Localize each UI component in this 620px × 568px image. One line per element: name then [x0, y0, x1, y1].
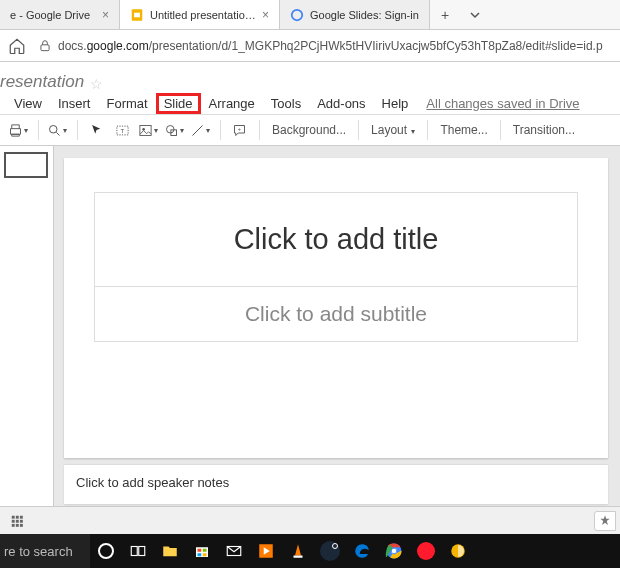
tab-label: Untitled presentation -: [150, 9, 256, 21]
svg-rect-13: [16, 515, 19, 518]
svg-rect-14: [20, 515, 23, 518]
menu-tools[interactable]: Tools: [263, 94, 309, 113]
layout-button[interactable]: Layout ▾: [365, 123, 421, 137]
tab-label: Google Slides: Sign-in: [310, 9, 419, 21]
cortana-icon[interactable]: [90, 534, 122, 568]
svg-point-2: [292, 9, 303, 20]
theme-button[interactable]: Theme...: [434, 123, 493, 137]
title-placeholder[interactable]: Click to add title: [94, 192, 578, 286]
browser-tabs-bar: e - Google Drive × Untitled presentation…: [0, 0, 620, 30]
svg-rect-18: [12, 523, 15, 526]
menu-addons[interactable]: Add-ons: [309, 94, 373, 113]
menu-bar: View Insert Format Slide Arrange Tools A…: [0, 92, 620, 114]
transition-button[interactable]: Transition...: [507, 123, 581, 137]
tab-label: e - Google Drive: [10, 9, 96, 21]
image-icon[interactable]: ▾: [136, 118, 160, 142]
menu-view[interactable]: View: [6, 94, 50, 113]
svg-point-4: [50, 125, 58, 133]
shape-icon[interactable]: ▾: [162, 118, 186, 142]
store-icon[interactable]: [186, 534, 218, 568]
svg-rect-7: [140, 125, 151, 135]
save-status[interactable]: All changes saved in Drive: [426, 96, 579, 111]
star-icon[interactable]: ☆: [90, 76, 103, 92]
app-icon[interactable]: [442, 534, 474, 568]
svg-rect-20: [20, 523, 23, 526]
url-prefix: docs.: [58, 39, 87, 53]
svg-rect-3: [41, 44, 49, 50]
svg-point-34: [392, 549, 397, 554]
svg-rect-21: [131, 547, 137, 556]
svg-rect-16: [16, 519, 19, 522]
address-bar: docs.google.com/presentation/d/1_MGKPhq2…: [0, 30, 620, 62]
svg-text:T: T: [120, 127, 124, 134]
menu-arrange[interactable]: Arrange: [201, 94, 263, 113]
background-button[interactable]: Background...: [266, 123, 352, 137]
menu-help[interactable]: Help: [374, 94, 417, 113]
line-icon[interactable]: ▾: [188, 118, 212, 142]
svg-rect-25: [203, 549, 207, 552]
svg-rect-26: [198, 553, 202, 556]
explore-button[interactable]: [594, 511, 616, 531]
file-explorer-icon[interactable]: [154, 534, 186, 568]
svg-rect-17: [20, 519, 23, 522]
textbox-icon[interactable]: T: [110, 118, 134, 142]
url-text[interactable]: docs.google.com/presentation/d/1_MGKPhq2…: [58, 39, 612, 53]
comment-icon[interactable]: +: [227, 118, 251, 142]
svg-rect-22: [139, 547, 145, 556]
tabs-dropdown-icon[interactable]: [460, 0, 490, 29]
steam-icon[interactable]: [314, 534, 346, 568]
task-view-icon[interactable]: [122, 534, 154, 568]
workspace: Click to add title Click to add subtitle…: [0, 146, 620, 506]
close-icon[interactable]: ×: [102, 8, 109, 22]
apps-grid-icon[interactable]: [10, 514, 24, 528]
slide-thumbnails-panel: [0, 146, 54, 506]
close-icon[interactable]: ×: [262, 8, 269, 22]
new-tab-button[interactable]: +: [430, 0, 460, 29]
subtitle-placeholder[interactable]: Click to add subtitle: [94, 286, 578, 342]
svg-rect-15: [12, 519, 15, 522]
svg-rect-27: [203, 553, 207, 556]
zoom-icon[interactable]: ▾: [45, 118, 69, 142]
bottom-bar: [0, 506, 620, 534]
vlc-icon[interactable]: [282, 534, 314, 568]
lock-icon[interactable]: [38, 39, 52, 53]
layout-label: Layout: [371, 123, 407, 137]
canvas-area: Click to add title Click to add subtitle…: [54, 146, 620, 506]
menu-insert[interactable]: Insert: [50, 94, 99, 113]
media-icon[interactable]: [250, 534, 282, 568]
browser-tab-signin[interactable]: Google Slides: Sign-in: [280, 0, 430, 29]
select-icon[interactable]: [84, 118, 108, 142]
svg-rect-19: [16, 523, 19, 526]
slide-thumbnail[interactable]: [4, 152, 48, 178]
browser-tab-slides[interactable]: Untitled presentation - ×: [120, 0, 280, 29]
windows-taskbar: re to search: [0, 534, 620, 568]
svg-rect-24: [198, 549, 202, 552]
toolbar: ▾ ▾ T ▾ ▾ ▾ + Background... Layout ▾ The…: [0, 114, 620, 146]
browser-tab-drive[interactable]: e - Google Drive ×: [0, 0, 120, 29]
svg-rect-12: [12, 515, 15, 518]
svg-point-9: [167, 125, 175, 133]
taskbar-search[interactable]: re to search: [0, 534, 90, 568]
svg-rect-30: [294, 556, 303, 558]
speaker-notes[interactable]: Click to add speaker notes: [64, 464, 608, 504]
slide-canvas[interactable]: Click to add title Click to add subtitle: [64, 158, 608, 458]
svg-text:+: +: [237, 126, 240, 132]
document-title[interactable]: resentation: [0, 72, 84, 92]
chrome-icon[interactable]: [378, 534, 410, 568]
google-favicon-icon: [290, 8, 304, 22]
menu-slide[interactable]: Slide: [156, 93, 201, 114]
print-icon[interactable]: ▾: [6, 118, 30, 142]
url-host: google.com: [87, 39, 149, 53]
edge-icon[interactable]: [346, 534, 378, 568]
svg-rect-1: [134, 12, 140, 17]
slides-favicon-icon: [130, 8, 144, 22]
menu-format[interactable]: Format: [98, 94, 155, 113]
opera-icon[interactable]: [410, 534, 442, 568]
home-icon[interactable]: [8, 37, 26, 55]
url-path: /presentation/d/1_MGKPhq2PCjHWk5tHVIiriv…: [149, 39, 603, 53]
document-header: resentation ☆: [0, 62, 620, 92]
mail-icon[interactable]: [218, 534, 250, 568]
